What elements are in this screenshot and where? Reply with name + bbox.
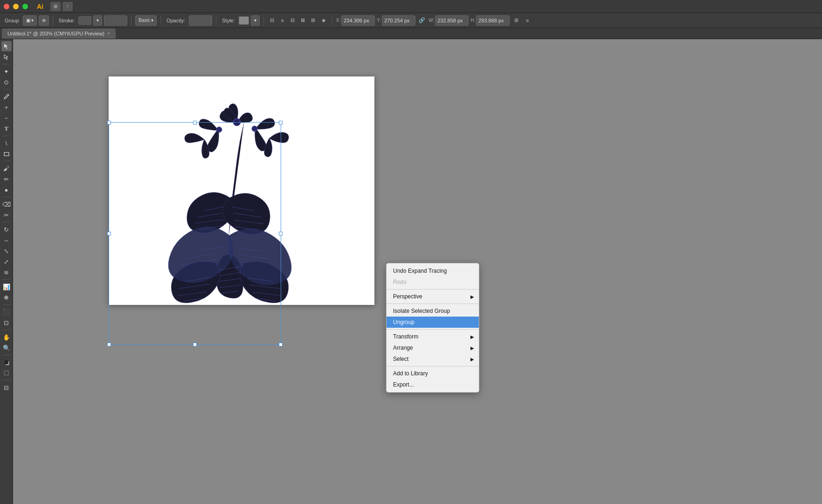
scissors-tool[interactable]: ✂ [1,210,12,220]
w-label: W: [428,18,434,23]
ctx-item-select[interactable]: Select▶ [387,353,479,365]
style-color-swatch[interactable] [239,16,249,25]
ctx-item-isolate-selected-group[interactable]: Isolate Selected Group [387,305,479,317]
distribute-icon[interactable]: ⊠ [298,16,308,25]
add-anchor-tool[interactable]: + [1,102,12,112]
tab-close-button[interactable]: × [107,31,110,36]
stroke-color-swatch[interactable] [78,16,91,25]
rotate-tool[interactable]: ↻ [1,224,12,235]
canvas-area[interactable]: .flower-path { fill: #1a1a2e; stroke: #3… [13,39,822,504]
style-btn[interactable]: Basic▾ [135,15,156,26]
stroke-weight-input[interactable] [104,15,127,26]
document-tab[interactable]: Untitled-1* @ 203% (CMYK/GPU Preview) × [2,28,116,39]
change-screen-mode[interactable]: ⊟ [1,382,12,393]
stroke-swatch[interactable]: □ [1,368,12,378]
submenu-arrow-icon: ▶ [470,294,474,299]
column-graph-tool[interactable]: 📊 [1,282,12,292]
sep1 [53,16,53,25]
align-left-icon[interactable]: ⊟ [268,16,277,25]
direct-selection-tool[interactable] [1,52,12,62]
x-input[interactable] [341,15,375,26]
sep3 [160,16,161,25]
eraser-tool[interactable]: ⌫ [1,199,12,209]
y-input[interactable] [382,15,415,26]
artboard-tool[interactable]: ⬛ [1,307,12,317]
reflect-tool[interactable]: ↔ [1,235,12,245]
tool-sep-9 [2,330,11,330]
transform-more-icon[interactable]: ⊞ [511,16,521,25]
tool-sep-7 [2,279,11,280]
lasso-tool[interactable]: ⊙ [1,77,12,87]
minimize-button[interactable] [13,4,19,9]
w-input[interactable] [435,15,469,26]
ctx-item-add-to-library[interactable]: Add to Library [387,368,479,379]
group-label: Group [3,18,21,23]
group-select-btn[interactable]: ▣▾ [23,15,37,26]
delete-anchor-tool[interactable]: − [1,113,12,123]
more-align-icon[interactable]: ⊞ [309,16,318,25]
close-button[interactable] [4,4,9,9]
shear-tool[interactable]: ⤢ [1,256,12,267]
app-icon: Ai [35,2,45,11]
selection-tool[interactable] [1,41,12,51]
ctx-item-transform[interactable]: Transform▶ [387,331,479,342]
pencil-tool[interactable]: ✏ [1,174,12,184]
svg-rect-0 [4,152,9,156]
options-icon[interactable]: ≡ [523,16,532,25]
ctx-item-perspective[interactable]: Perspective▶ [387,291,479,302]
isolate-btn[interactable]: ⊕ [39,15,49,26]
opacity-input[interactable]: 100% [189,15,212,26]
tool-sep-6 [2,222,11,222]
align-center-icon[interactable]: ≡ [278,16,287,25]
x-label: X: [336,18,340,23]
rectangle-tool[interactable] [1,149,12,159]
ctx-item-ungroup[interactable]: Ungroup [387,317,479,328]
align-right-icon[interactable]: ⊟ [288,16,297,25]
toolbar: Group ▣▾ ⊕ Stroke: ▾ Basic▾ Opacity: 100… [0,13,822,28]
ctx-separator-2 [387,289,479,290]
paintbrush-tool[interactable]: 🖌 [1,163,12,173]
tool-sep-1 [2,64,11,64]
artwork-content: .flower-path { fill: #1a1a2e; stroke: #3… [113,81,374,305]
context-menu: Undo Expand TracingRedoPerspective▶Isola… [386,263,479,393]
ctx-item-redo: Redo [387,276,479,288]
maximize-button[interactable] [22,4,28,9]
h-coord-field: H: [470,15,510,26]
tool-sep-3 [2,136,11,136]
ctx-item-undo-expand-tracing[interactable]: Undo Expand Tracing [387,265,479,276]
link-icon[interactable]: 🔗 [417,16,427,25]
symbol-sprayer-tool[interactable]: ❋ [1,292,12,303]
zoom-tool[interactable]: 🔍 [1,343,12,353]
hand-tool[interactable]: ✋ [1,332,12,342]
handle-bl [107,343,111,346]
magic-wand-tool[interactable]: ✦ [1,66,12,76]
style-label: Style: [220,18,237,23]
fill-swatch[interactable]: ■ [1,357,12,367]
blob-brush-tool[interactable]: ● [1,185,12,195]
scale-tool[interactable]: ⤡ [1,246,12,256]
share-icon[interactable]: ↑ [62,2,73,11]
line-tool[interactable]: \ [1,138,12,148]
pen-tool[interactable] [1,91,12,102]
h-input[interactable] [476,15,510,26]
submenu-arrow-icon: ▶ [470,345,474,351]
stroke-weight-btn[interactable]: ▾ [93,15,102,26]
h-label: H: [470,18,475,23]
sep6 [332,16,332,25]
svg-point-4 [252,126,257,131]
tool-sep-2 [2,89,11,90]
warp-tool[interactable]: ≋ [1,267,12,277]
workspace-switcher[interactable]: ⊞ [50,2,61,11]
style-more-btn[interactable]: ▾ [251,15,260,26]
tool-sep-5 [2,197,11,197]
stroke-label: Stroke: [57,18,77,23]
slice-tool[interactable]: ⊡ [1,318,12,328]
transform-icon[interactable]: ◈ [319,16,328,25]
ctx-item-export[interactable]: Export... [387,379,479,390]
ctx-item-arrange[interactable]: Arrange▶ [387,342,479,353]
opacity-label: Opacity: [165,18,187,23]
y-coord-field: Y: [377,15,415,26]
type-tool[interactable]: T [1,124,12,134]
svg-point-2 [235,120,239,124]
ctx-separator-4 [387,304,479,304]
